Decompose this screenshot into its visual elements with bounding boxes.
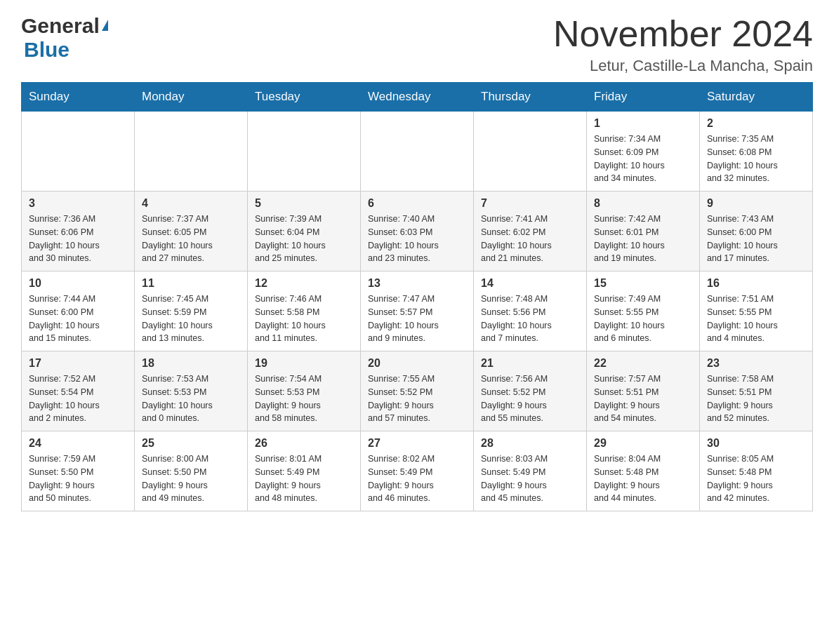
day-number: 23: [707, 357, 805, 370]
day-number: 7: [481, 197, 579, 210]
day-number: 4: [142, 197, 240, 210]
day-number: 17: [29, 357, 127, 370]
calendar-cell: 17Sunrise: 7:52 AM Sunset: 5:54 PM Dayli…: [22, 351, 135, 431]
day-info: Sunrise: 7:58 AM Sunset: 5:51 PM Dayligh…: [707, 373, 805, 425]
calendar-cell: 4Sunrise: 7:37 AM Sunset: 6:05 PM Daylig…: [135, 192, 248, 271]
calendar-cell: 11Sunrise: 7:45 AM Sunset: 5:59 PM Dayli…: [135, 271, 248, 351]
day-number: 18: [142, 357, 240, 370]
calendar-week-row: 10Sunrise: 7:44 AM Sunset: 6:00 PM Dayli…: [22, 271, 813, 351]
logo-area: General Blue: [21, 14, 108, 62]
calendar-cell: 30Sunrise: 8:05 AM Sunset: 5:48 PM Dayli…: [700, 431, 813, 511]
day-info: Sunrise: 8:04 AM Sunset: 5:48 PM Dayligh…: [594, 452, 692, 505]
day-number: 19: [255, 357, 353, 370]
calendar-cell: 18Sunrise: 7:53 AM Sunset: 5:53 PM Dayli…: [135, 351, 248, 431]
calendar-week-row: 3Sunrise: 7:36 AM Sunset: 6:06 PM Daylig…: [22, 192, 813, 271]
day-info: Sunrise: 7:48 AM Sunset: 5:56 PM Dayligh…: [481, 293, 579, 345]
day-number: 25: [142, 437, 240, 450]
calendar-cell: 27Sunrise: 8:02 AM Sunset: 5:49 PM Dayli…: [361, 431, 474, 511]
day-info: Sunrise: 7:59 AM Sunset: 5:50 PM Dayligh…: [29, 452, 127, 505]
calendar-header-thursday: Thursday: [474, 83, 587, 112]
calendar-cell: 2Sunrise: 7:35 AM Sunset: 6:08 PM Daylig…: [700, 112, 813, 192]
calendar-cell: 8Sunrise: 7:42 AM Sunset: 6:01 PM Daylig…: [587, 192, 700, 271]
day-info: Sunrise: 7:34 AM Sunset: 6:09 PM Dayligh…: [594, 133, 692, 185]
day-number: 6: [368, 197, 466, 210]
calendar-cell: 7Sunrise: 7:41 AM Sunset: 6:02 PM Daylig…: [474, 192, 587, 271]
calendar-week-row: 1Sunrise: 7:34 AM Sunset: 6:09 PM Daylig…: [22, 112, 813, 192]
calendar-header-tuesday: Tuesday: [248, 83, 361, 112]
day-info: Sunrise: 8:02 AM Sunset: 5:49 PM Dayligh…: [368, 452, 466, 505]
day-info: Sunrise: 7:36 AM Sunset: 6:06 PM Dayligh…: [29, 213, 127, 265]
calendar-cell: [135, 112, 248, 192]
calendar-header-saturday: Saturday: [700, 83, 813, 112]
calendar-cell: 12Sunrise: 7:46 AM Sunset: 5:58 PM Dayli…: [248, 271, 361, 351]
calendar-cell: [248, 112, 361, 192]
day-number: 8: [594, 197, 692, 210]
day-number: 9: [707, 197, 805, 210]
calendar-cell: 22Sunrise: 7:57 AM Sunset: 5:51 PM Dayli…: [587, 351, 700, 431]
calendar-header-monday: Monday: [135, 83, 248, 112]
month-title: November 2024: [553, 14, 813, 54]
day-number: 11: [142, 277, 240, 290]
calendar-cell: 6Sunrise: 7:40 AM Sunset: 6:03 PM Daylig…: [361, 192, 474, 271]
day-number: 2: [707, 117, 805, 130]
calendar-header-row: SundayMondayTuesdayWednesdayThursdayFrid…: [22, 83, 813, 112]
calendar-cell: 13Sunrise: 7:47 AM Sunset: 5:57 PM Dayli…: [361, 271, 474, 351]
day-info: Sunrise: 7:35 AM Sunset: 6:08 PM Dayligh…: [707, 133, 805, 185]
day-number: 22: [594, 357, 692, 370]
calendar-cell: 29Sunrise: 8:04 AM Sunset: 5:48 PM Dayli…: [587, 431, 700, 511]
calendar-cell: 5Sunrise: 7:39 AM Sunset: 6:04 PM Daylig…: [248, 192, 361, 271]
calendar-week-row: 17Sunrise: 7:52 AM Sunset: 5:54 PM Dayli…: [22, 351, 813, 431]
logo-triangle-icon: [102, 20, 108, 31]
calendar-cell: 15Sunrise: 7:49 AM Sunset: 5:55 PM Dayli…: [587, 271, 700, 351]
calendar-header-wednesday: Wednesday: [361, 83, 474, 112]
calendar-week-row: 24Sunrise: 7:59 AM Sunset: 5:50 PM Dayli…: [22, 431, 813, 511]
day-number: 13: [368, 277, 466, 290]
day-info: Sunrise: 7:45 AM Sunset: 5:59 PM Dayligh…: [142, 293, 240, 345]
calendar-cell: 24Sunrise: 7:59 AM Sunset: 5:50 PM Dayli…: [22, 431, 135, 511]
day-number: 21: [481, 357, 579, 370]
day-number: 30: [707, 437, 805, 450]
calendar-cell: 23Sunrise: 7:58 AM Sunset: 5:51 PM Dayli…: [700, 351, 813, 431]
day-info: Sunrise: 7:54 AM Sunset: 5:53 PM Dayligh…: [255, 373, 353, 425]
day-info: Sunrise: 7:41 AM Sunset: 6:02 PM Dayligh…: [481, 213, 579, 265]
day-number: 3: [29, 197, 127, 210]
day-number: 14: [481, 277, 579, 290]
calendar-cell: 1Sunrise: 7:34 AM Sunset: 6:09 PM Daylig…: [587, 112, 700, 192]
day-info: Sunrise: 7:51 AM Sunset: 5:55 PM Dayligh…: [707, 293, 805, 345]
day-info: Sunrise: 8:00 AM Sunset: 5:50 PM Dayligh…: [142, 452, 240, 505]
calendar-cell: [22, 112, 135, 192]
day-info: Sunrise: 7:37 AM Sunset: 6:05 PM Dayligh…: [142, 213, 240, 265]
day-number: 26: [255, 437, 353, 450]
logo-blue: Blue: [24, 38, 70, 62]
day-number: 5: [255, 197, 353, 210]
day-number: 28: [481, 437, 579, 450]
day-info: Sunrise: 7:47 AM Sunset: 5:57 PM Dayligh…: [368, 293, 466, 345]
day-info: Sunrise: 7:56 AM Sunset: 5:52 PM Dayligh…: [481, 373, 579, 425]
day-info: Sunrise: 7:42 AM Sunset: 6:01 PM Dayligh…: [594, 213, 692, 265]
day-number: 16: [707, 277, 805, 290]
day-number: 20: [368, 357, 466, 370]
calendar-cell: 26Sunrise: 8:01 AM Sunset: 5:49 PM Dayli…: [248, 431, 361, 511]
day-info: Sunrise: 7:46 AM Sunset: 5:58 PM Dayligh…: [255, 293, 353, 345]
calendar-cell: 20Sunrise: 7:55 AM Sunset: 5:52 PM Dayli…: [361, 351, 474, 431]
location-title: Letur, Castille-La Mancha, Spain: [553, 57, 813, 75]
calendar-cell: 21Sunrise: 7:56 AM Sunset: 5:52 PM Dayli…: [474, 351, 587, 431]
calendar-cell: [361, 112, 474, 192]
day-info: Sunrise: 7:39 AM Sunset: 6:04 PM Dayligh…: [255, 213, 353, 265]
day-number: 10: [29, 277, 127, 290]
calendar-cell: 25Sunrise: 8:00 AM Sunset: 5:50 PM Dayli…: [135, 431, 248, 511]
day-number: 29: [594, 437, 692, 450]
logo-general: General: [21, 14, 100, 38]
day-number: 27: [368, 437, 466, 450]
day-number: 1: [594, 117, 692, 130]
day-info: Sunrise: 8:05 AM Sunset: 5:48 PM Dayligh…: [707, 452, 805, 505]
calendar-cell: [474, 112, 587, 192]
day-info: Sunrise: 7:44 AM Sunset: 6:00 PM Dayligh…: [29, 293, 127, 345]
day-info: Sunrise: 8:01 AM Sunset: 5:49 PM Dayligh…: [255, 452, 353, 505]
day-info: Sunrise: 8:03 AM Sunset: 5:49 PM Dayligh…: [481, 452, 579, 505]
calendar-cell: 16Sunrise: 7:51 AM Sunset: 5:55 PM Dayli…: [700, 271, 813, 351]
day-number: 12: [255, 277, 353, 290]
calendar-cell: 19Sunrise: 7:54 AM Sunset: 5:53 PM Dayli…: [248, 351, 361, 431]
day-info: Sunrise: 7:43 AM Sunset: 6:00 PM Dayligh…: [707, 213, 805, 265]
day-number: 24: [29, 437, 127, 450]
